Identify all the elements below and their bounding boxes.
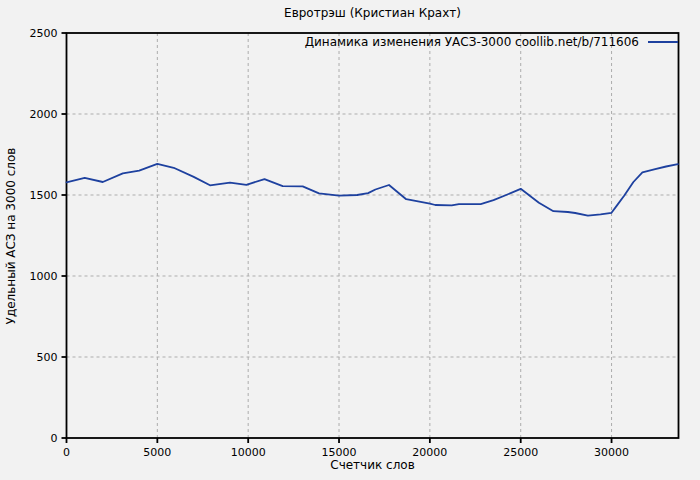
- y-tick-label: 500: [37, 351, 58, 364]
- legend-label: Динамика изменения УАСЗ-3000 coollib.net…: [305, 35, 639, 49]
- y-tick-label: 1500: [30, 189, 58, 202]
- y-axis-label: Удельный АСЗ на 3000 слов: [4, 148, 18, 325]
- plot-area: 0500010000150002000025000300000500100015…: [0, 0, 700, 480]
- data-series-line: [67, 164, 678, 216]
- y-tick-label: 2500: [30, 27, 58, 40]
- x-axis-label: Счетчик слов: [66, 458, 679, 472]
- plot-border: [67, 33, 679, 438]
- legend-line-sample: [648, 41, 678, 43]
- legend: Динамика изменения УАСЗ-3000 coollib.net…: [305, 34, 678, 49]
- y-tick-label: 2000: [30, 108, 58, 121]
- y-tick-label: 1000: [30, 270, 58, 283]
- y-tick-label: 0: [51, 432, 58, 445]
- chart-canvas: Евротрэш (Кристиан Крахт) 05000100001500…: [0, 0, 700, 480]
